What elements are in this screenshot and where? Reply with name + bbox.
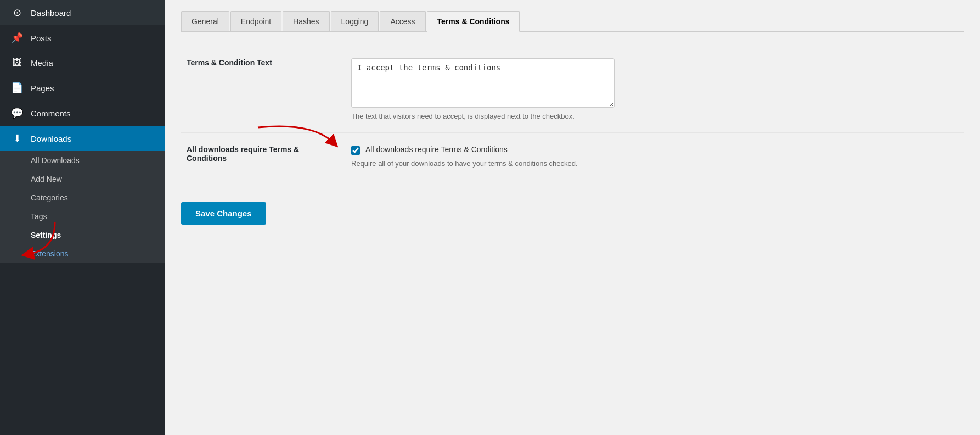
sidebar-submenu-item-add-new[interactable]: Add New [0, 170, 165, 188]
tab-bar: GeneralEndpointHashesLoggingAccessTerms … [181, 11, 964, 32]
sidebar-item-downloads[interactable]: ⬇Downloads [0, 126, 165, 151]
tab-hashes[interactable]: Hashes [283, 11, 329, 31]
sidebar-submenu-item-all-downloads[interactable]: All Downloads [0, 151, 165, 170]
pages-icon: 📄 [11, 82, 23, 94]
sidebar-item-pages[interactable]: 📄Pages [0, 75, 165, 101]
sidebar-submenu-item-extensions[interactable]: Extensions [0, 244, 165, 263]
terms-condition-text-label: Terms & Condition Text [187, 58, 272, 67]
sidebar-item-comments[interactable]: 💬Comments [0, 101, 165, 126]
sidebar-label-downloads: Downloads [31, 134, 71, 143]
terms-condition-description: The text that visitors need to accept, i… [351, 112, 958, 120]
sidebar-submenu-item-settings[interactable]: Settings [0, 226, 165, 244]
posts-icon: 📌 [11, 32, 23, 44]
terms-condition-text-row: Terms & Condition Text The text that vis… [181, 46, 964, 133]
all-downloads-label: All downloads require Terms & Conditions [187, 145, 299, 163]
sidebar-submenu-item-tags[interactable]: Tags [0, 207, 165, 226]
sidebar-item-posts[interactable]: 📌Posts [0, 25, 165, 51]
tab-access[interactable]: Access [380, 11, 425, 31]
sidebar: ⊙Dashboard📌Posts🖼Media📄Pages💬Comments⬇Do… [0, 0, 165, 435]
save-changes-button[interactable]: Save Changes [181, 202, 266, 225]
sidebar-item-media[interactable]: 🖼Media [0, 51, 165, 75]
sidebar-label-media: Media [31, 58, 53, 68]
dashboard-icon: ⊙ [11, 7, 23, 19]
terms-condition-text-input[interactable] [351, 58, 615, 108]
main-content: GeneralEndpointHashesLoggingAccessTerms … [165, 0, 980, 435]
tab-terms-conditions[interactable]: Terms & Conditions [427, 11, 520, 32]
sidebar-item-dashboard[interactable]: ⊙Dashboard [0, 0, 165, 25]
tab-general[interactable]: General [181, 11, 229, 31]
all-downloads-description: Require all of your downloads to have yo… [351, 159, 958, 168]
sidebar-submenu-item-categories[interactable]: Categories [0, 188, 165, 207]
sidebar-label-posts: Posts [31, 34, 52, 43]
sidebar-label-dashboard: Dashboard [31, 8, 71, 18]
comments-icon: 💬 [11, 107, 23, 119]
all-downloads-checkbox-row: All downloads require Terms & Conditions [351, 145, 958, 155]
all-downloads-checkbox[interactable] [351, 146, 360, 155]
media-icon: 🖼 [11, 57, 23, 69]
tab-endpoint[interactable]: Endpoint [230, 11, 281, 31]
settings-table: Terms & Condition Text The text that vis… [181, 46, 964, 180]
all-downloads-terms-row: All downloads require Terms & Conditions [181, 133, 964, 180]
all-downloads-checkbox-label[interactable]: All downloads require Terms & Conditions [365, 145, 508, 154]
sidebar-label-pages: Pages [31, 83, 54, 93]
sidebar-label-comments: Comments [31, 109, 71, 118]
tab-logging[interactable]: Logging [331, 11, 379, 31]
downloads-icon: ⬇ [11, 132, 23, 144]
